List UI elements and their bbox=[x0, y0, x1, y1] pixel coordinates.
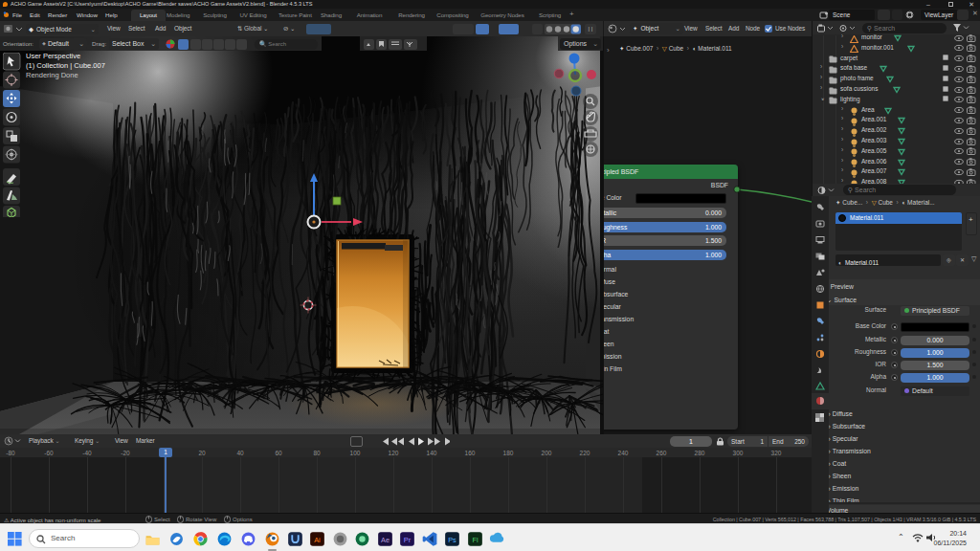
svg-text:Pr: Pr bbox=[404, 536, 412, 544]
svg-text:Ai: Ai bbox=[314, 536, 321, 544]
svg-text:Ae: Ae bbox=[381, 536, 390, 544]
svg-text:Fl: Fl bbox=[472, 536, 478, 544]
svg-text:Ps: Ps bbox=[448, 536, 457, 544]
